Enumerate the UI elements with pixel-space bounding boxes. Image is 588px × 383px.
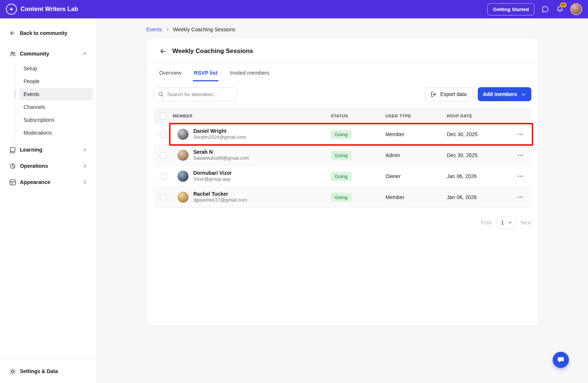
chevron-down-icon (521, 92, 526, 97)
sidebar-item-learning[interactable]: Learning (0, 142, 97, 158)
chevron-right-icon (82, 179, 88, 185)
user-type: Member (386, 131, 447, 137)
member-email: Serahn2024@gmail.com (193, 134, 246, 141)
member-email: djpeaches17@gmail.com (193, 197, 247, 203)
rsvp-table: MEMBER STATUS USER TYPE RSVP DATE (154, 108, 531, 208)
pagination: Prev 1 Next (147, 217, 531, 228)
notification-count-badge: 9+ (560, 2, 567, 8)
table-row[interactable]: Daniel Wright Serahn2024@gmail.com Going… (154, 124, 531, 145)
page-number-select[interactable]: 1 (496, 217, 516, 228)
breadcrumb-current: Weekly Coaching Sessions (173, 26, 235, 32)
settings-and-data-label: Settings & Data (20, 368, 58, 374)
topbar: Content Writers Lab Getting Started 9+ (0, 0, 588, 18)
tab-invited-members[interactable]: Invited members (229, 64, 270, 81)
row-checkbox[interactable] (160, 131, 166, 138)
sidebar-section-community[interactable]: Community (0, 46, 97, 61)
app-root: Content Writers Lab Getting Started 9+ B… (0, 0, 588, 383)
row-actions-icon[interactable] (517, 173, 524, 180)
gear-icon (9, 368, 16, 375)
search-input[interactable] (154, 87, 237, 101)
next-page-button[interactable]: Next (521, 220, 531, 226)
sidebar-item-events[interactable]: Events (19, 88, 93, 100)
sidebar-item-setup[interactable]: Setup (19, 62, 93, 75)
back-to-community-link[interactable]: Back to community (0, 26, 97, 40)
search-icon (158, 91, 164, 97)
toolbar-actions: Export data Add members (425, 87, 531, 101)
toolbar: Export data Add members (147, 81, 538, 107)
member-email: Vizor@group.app (193, 176, 232, 182)
select-all-checkbox[interactable] (160, 113, 166, 119)
table-row[interactable]: Dornubari Vizor Vizor@group.app Going Ow… (154, 166, 531, 187)
sidebar-item-people[interactable]: People (19, 75, 93, 88)
tab-overview[interactable]: Overview (158, 64, 182, 81)
avatar (178, 150, 189, 161)
tab-rsvp-list[interactable]: RSVP list (193, 64, 218, 81)
row-checkbox[interactable] (160, 152, 166, 159)
add-members-button[interactable]: Add members (478, 87, 531, 101)
card-header: Weekly Coaching Sessions (147, 38, 538, 64)
breadcrumb-events-link[interactable]: Events (146, 26, 162, 32)
settings-and-data-link[interactable]: Settings & Data (0, 365, 97, 378)
rsvp-date: Dec 30, 2025 (447, 131, 509, 137)
member-name: Serah N (193, 149, 249, 156)
header-user-type: USER TYPE (386, 114, 447, 118)
user-avatar[interactable] (570, 3, 582, 15)
breadcrumb: Events Weekly Coaching Sessions (146, 26, 539, 32)
event-card: Weekly Coaching Sessions Overview RSVP l… (146, 38, 539, 326)
sidebar-item-channels[interactable]: Channels (19, 101, 93, 113)
export-data-label: Export data (440, 91, 467, 97)
row-actions-icon[interactable] (517, 131, 524, 138)
brand[interactable]: Content Writers Lab (6, 4, 78, 15)
row-actions-icon[interactable] (517, 152, 524, 159)
user-type: Owner (386, 173, 447, 179)
sidebar: Back to community Community Setup People… (0, 18, 97, 383)
back-to-community-label: Back to community (20, 30, 67, 36)
main-content: Events Weekly Coaching Sessions Weekly C… (97, 18, 588, 383)
status-badge: Going (331, 151, 352, 160)
community-icon (9, 50, 16, 57)
status-badge: Going (331, 193, 352, 202)
table-row[interactable]: Serah N Sawamuhu89@gmail.com Going Admin… (154, 145, 531, 166)
support-chat-button[interactable] (553, 352, 569, 368)
sidebar-appearance-label: Appearance (20, 179, 50, 185)
header-member: MEMBER (173, 114, 331, 118)
breadcrumb-chevron-icon (165, 27, 170, 32)
sidebar-item-subscriptions[interactable]: Subscriptions (19, 114, 93, 126)
back-arrow-icon[interactable] (158, 47, 167, 56)
sidebar-item-operations[interactable]: Operations (0, 158, 97, 174)
status-badge: Going (331, 130, 352, 139)
learning-icon (9, 146, 16, 153)
user-type: Admin (386, 152, 447, 158)
app-logo-icon (6, 4, 17, 15)
row-checkbox[interactable] (160, 194, 166, 201)
row-actions-icon[interactable] (517, 194, 524, 201)
brand-name: Content Writers Lab (21, 6, 78, 13)
rsvp-date: Jan 06, 2026 (447, 173, 509, 179)
search-box (154, 87, 237, 101)
prev-page-button[interactable]: Prev (481, 220, 491, 226)
topbar-actions: Getting Started 9+ (487, 3, 582, 15)
chevron-right-icon (82, 147, 88, 153)
sidebar-item-moderations[interactable]: Moderations (19, 127, 93, 139)
layout: Back to community Community Setup People… (0, 18, 588, 383)
export-data-button[interactable]: Export data (425, 87, 473, 101)
rsvp-date: Dec 30, 2025 (447, 152, 509, 158)
getting-started-button[interactable]: Getting Started (487, 3, 534, 15)
avatar (178, 171, 189, 182)
sidebar-item-appearance[interactable]: Appearance (0, 174, 97, 190)
tab-bar: Overview RSVP list Invited members (147, 64, 538, 81)
member-email: Sawamuhu89@gmail.com (193, 155, 249, 162)
chat-icon[interactable] (541, 5, 549, 13)
header-rsvp-date: RSVP DATE (447, 114, 509, 118)
notifications-bell-icon[interactable]: 9+ (556, 5, 564, 13)
avatar (178, 129, 189, 140)
chevron-right-icon (82, 163, 88, 169)
table-header-row: MEMBER STATUS USER TYPE RSVP DATE (154, 108, 531, 124)
status-badge: Going (331, 172, 352, 181)
back-arrow-icon (9, 29, 16, 37)
sidebar-operations-label: Operations (20, 163, 48, 169)
table-row[interactable]: Rachel Tucker djpeaches17@gmail.com Goin… (154, 187, 531, 208)
add-members-label: Add members (483, 91, 517, 97)
row-checkbox[interactable] (160, 173, 166, 180)
appearance-icon (9, 178, 16, 186)
